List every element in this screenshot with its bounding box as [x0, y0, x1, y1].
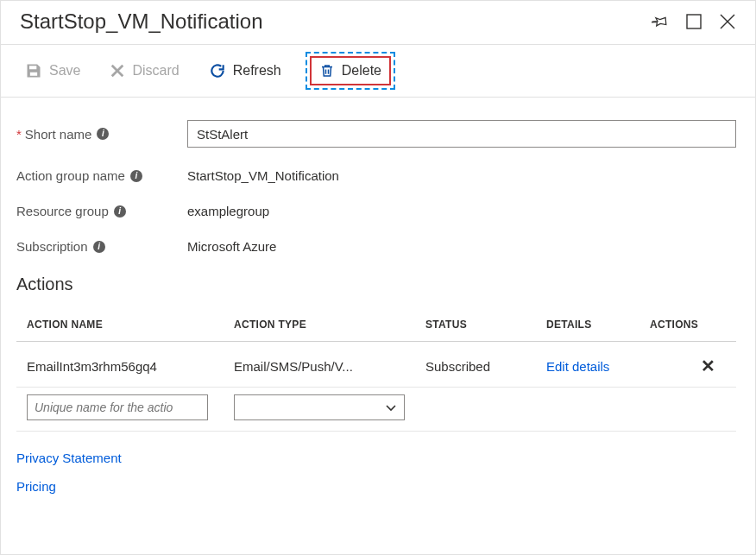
action-group-name-value: StartStop_VM_Notification — [187, 168, 736, 183]
discard-button: Discard — [104, 60, 184, 82]
delete-button[interactable]: Delete — [306, 52, 395, 90]
resource-group-value: examplegroup — [187, 204, 736, 218]
actions-heading: Actions — [16, 274, 736, 294]
new-action-type-select[interactable] — [234, 394, 405, 420]
save-icon — [25, 62, 42, 79]
pricing-link[interactable]: Pricing — [16, 479, 740, 494]
resource-group-label: Resource group i — [16, 204, 187, 218]
svg-rect-0 — [687, 15, 701, 28]
refresh-button[interactable]: Refresh — [204, 59, 287, 83]
table-row: EmailInt3m3rhm56gq4 Email/SMS/Push/V... … — [16, 342, 736, 388]
new-action-name-input[interactable] — [27, 394, 208, 420]
save-button: Save — [20, 59, 85, 83]
privacy-link[interactable]: Privacy Statement — [16, 451, 740, 465]
new-action-row — [16, 388, 736, 432]
close-icon[interactable] — [719, 13, 736, 30]
subscription-value: Microsoft Azure — [187, 239, 736, 254]
subscription-label: Subscription i — [16, 239, 187, 254]
action-name-cell: EmailInt3m3rhm56gq4 — [16, 342, 224, 388]
action-group-name-label: Action group name i — [16, 168, 187, 183]
short-name-label: *Short name i — [16, 127, 187, 142]
action-status-cell: Subscribed — [415, 342, 536, 388]
info-icon[interactable]: i — [114, 205, 126, 218]
maximize-icon[interactable] — [686, 14, 702, 29]
refresh-icon — [209, 62, 226, 79]
pin-icon[interactable] — [652, 13, 669, 30]
edit-details-link[interactable]: Edit details — [546, 359, 609, 374]
info-icon[interactable]: i — [97, 128, 109, 140]
chevron-down-icon — [385, 401, 397, 413]
col-actions: ACTIONS — [639, 310, 736, 342]
trash-icon — [319, 62, 335, 79]
col-details: DETAILS — [536, 310, 639, 342]
action-type-cell: Email/SMS/Push/V... — [224, 342, 415, 388]
info-icon[interactable]: i — [93, 241, 105, 253]
delete-row-icon[interactable]: ✕ — [701, 356, 715, 375]
info-icon[interactable]: i — [130, 170, 142, 182]
page-title: StartStop_VM_Notification — [20, 9, 262, 34]
col-action-type: ACTION TYPE — [224, 310, 415, 342]
col-status: STATUS — [415, 310, 536, 342]
discard-icon — [110, 63, 125, 79]
short-name-input[interactable] — [187, 120, 736, 148]
col-action-name: ACTION NAME — [16, 310, 224, 342]
